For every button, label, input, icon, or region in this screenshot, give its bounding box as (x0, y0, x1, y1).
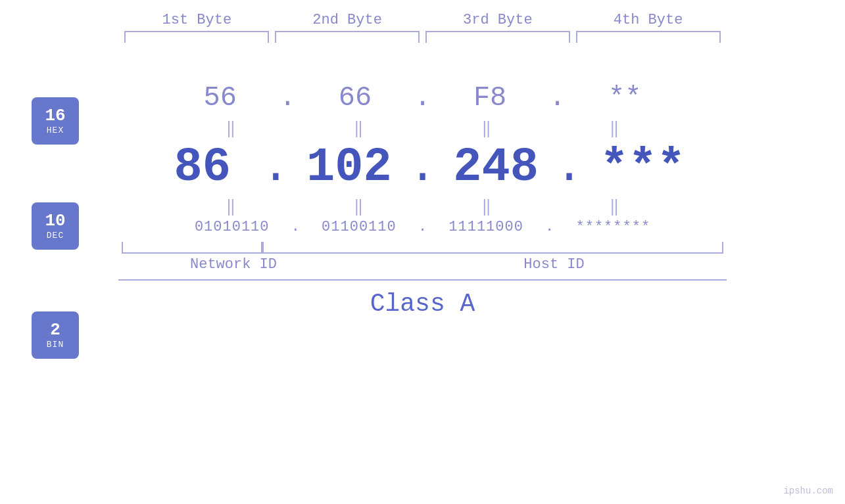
labels-row: Network ID Host ID (0, 256, 845, 273)
bin-val-4: ******** (547, 219, 679, 235)
badge-hex-num: 16 (45, 106, 65, 126)
badge-dec-num: 10 (45, 212, 65, 231)
bracket-4 (576, 31, 721, 43)
eq-b2: ‖ (293, 197, 424, 216)
bin-row: 01010110 . 01100110 . 11111000 . *******… (48, 219, 798, 235)
hex-row: 56 . 66 . F8 . ** (36, 82, 809, 114)
bottom-bracket-host (262, 242, 723, 254)
badge-dec-label: DEC (47, 231, 64, 241)
class-label: Class A (0, 290, 845, 318)
eq-b1: ‖ (165, 197, 297, 216)
badge-dec: 10 DEC (32, 202, 79, 250)
byte2-header: 2nd Byte (272, 12, 423, 28)
eq-b3: ‖ (421, 197, 552, 216)
dec-val-1: 86 (137, 141, 268, 195)
host-id-label: Host ID (385, 256, 723, 273)
eq-2: ‖ (293, 119, 424, 138)
full-bottom-line (118, 279, 727, 281)
eq-3: ‖ (421, 119, 552, 138)
bracket-3 (425, 31, 570, 43)
byte3-header: 3rd Byte (423, 12, 573, 28)
bin-val-2: 01100110 (293, 219, 425, 235)
dec-row: 86 . 102 . 248 . *** (18, 141, 827, 195)
equals-row-bottom: ‖ . ‖ . ‖ . ‖ (47, 197, 798, 216)
bracket-2 (275, 31, 420, 43)
dec-val-3: 248 (430, 141, 562, 195)
badge-hex-label: HEX (47, 126, 64, 135)
hex-val-2: 66 (289, 82, 421, 114)
eq-b4: ‖ (548, 197, 680, 216)
eq-1: ‖ (165, 119, 297, 138)
dec-val-2: 102 (283, 141, 415, 195)
bottom-brackets (0, 242, 845, 254)
byte-headers: 1st Byte 2nd Byte 3rd Byte 4th Byte (0, 12, 845, 28)
hex-val-4: ** (559, 82, 690, 114)
byte1-header: 1st Byte (122, 12, 272, 28)
badge-bin-num: 2 (50, 321, 60, 340)
main-container: 1st Byte 2nd Byte 3rd Byte 4th Byte 16 H… (0, 0, 845, 504)
badge-bin: 2 BIN (32, 311, 79, 359)
watermark: ipshu.com (783, 486, 833, 496)
network-id-label: Network ID (135, 256, 332, 273)
bottom-bracket-network (122, 242, 262, 254)
dec-val-4: *** (577, 141, 708, 195)
bin-val-3: 11111000 (420, 219, 552, 235)
bin-val-1: 01010110 (166, 219, 298, 235)
bracket-1 (124, 31, 269, 43)
badge-hex: 16 HEX (32, 97, 79, 145)
byte4-header: 4th Byte (573, 12, 723, 28)
badge-bin-label: BIN (47, 340, 64, 350)
equals-row-top: ‖ . ‖ . ‖ . ‖ (47, 119, 798, 138)
eq-4: ‖ (548, 119, 680, 138)
top-brackets (0, 31, 845, 43)
hex-val-3: F8 (424, 82, 556, 114)
hex-val-1: 56 (155, 82, 286, 114)
